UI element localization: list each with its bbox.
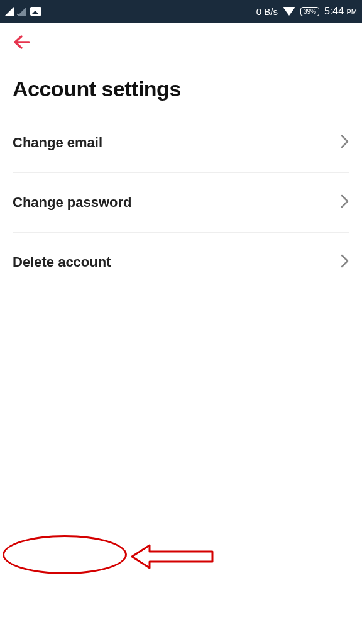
setting-label: Change password (13, 194, 131, 211)
clock-time: 5:44 (324, 6, 344, 16)
clock-period: PM (347, 8, 358, 16)
content: Account settings Change email Change pas… (0, 77, 362, 292)
signal-2-icon (18, 7, 26, 16)
highlight-ellipse (3, 535, 127, 574)
clock: 5:44 PM (324, 6, 357, 17)
back-button[interactable] (13, 34, 349, 53)
data-speed: 0 B/s (256, 6, 278, 17)
photo-icon (30, 7, 41, 16)
app-bar (0, 23, 362, 59)
status-right: 0 B/s 39% 5:44 PM (256, 6, 357, 17)
setting-delete-account[interactable]: Delete account (13, 233, 349, 292)
setting-change-email[interactable]: Change email (13, 113, 349, 173)
setting-change-password[interactable]: Change password (13, 173, 349, 233)
wifi-icon (283, 7, 295, 16)
setting-label: Delete account (13, 254, 111, 270)
status-left (5, 7, 41, 16)
chevron-right-icon (341, 254, 349, 270)
arrow-left-icon (13, 34, 31, 50)
signal-1-icon (5, 7, 14, 16)
chevron-right-icon (341, 135, 349, 151)
setting-label: Change email (13, 135, 102, 151)
battery-indicator: 39% (300, 7, 319, 16)
page-title: Account settings (13, 77, 349, 113)
annotation-arrow-icon (131, 543, 225, 573)
status-bar: 0 B/s 39% 5:44 PM (0, 0, 362, 23)
chevron-right-icon (341, 194, 349, 211)
